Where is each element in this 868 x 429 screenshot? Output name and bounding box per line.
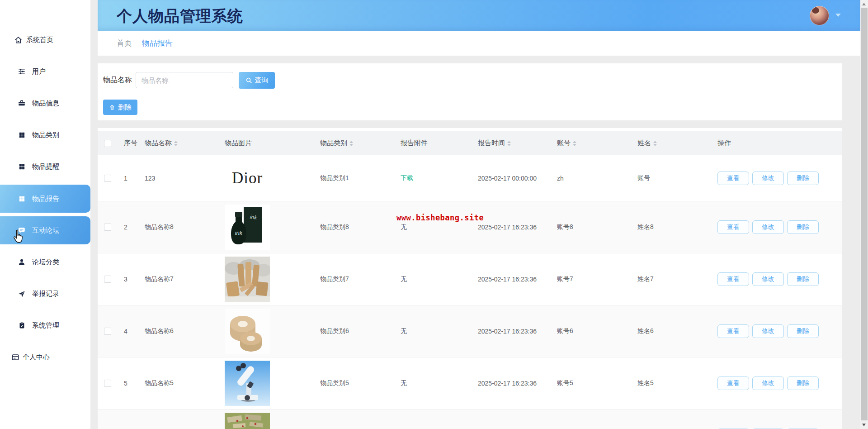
column-label: 姓名 bbox=[637, 139, 651, 148]
clipboard-icon bbox=[17, 321, 26, 330]
table-header-row: 序号物品名称物品图片物品类别报告附件报告时间账号姓名操作 bbox=[98, 131, 842, 155]
sidebar-item-system-home[interactable]: 系统首页 bbox=[0, 29, 90, 50]
delete-button[interactable]: 删除 bbox=[787, 324, 819, 338]
delete-button[interactable]: 删除 bbox=[787, 220, 819, 234]
cell-name bbox=[140, 410, 225, 429]
row-checkbox[interactable] bbox=[104, 175, 111, 182]
query-button[interactable]: 查询 bbox=[239, 72, 275, 89]
download-link[interactable]: 下载 bbox=[401, 174, 413, 182]
tape-rolls-image bbox=[225, 309, 270, 354]
microscope-image bbox=[225, 361, 270, 406]
view-button[interactable]: 查看 bbox=[717, 272, 749, 286]
column-header-account[interactable]: 账号 bbox=[552, 139, 633, 148]
view-button[interactable]: 查看 bbox=[717, 324, 749, 338]
scrollbar[interactable] bbox=[860, 0, 868, 429]
column-header-image: 物品图片 bbox=[225, 139, 316, 148]
sort-icon[interactable] bbox=[507, 139, 511, 148]
scrollbar-down-arrow-icon[interactable] bbox=[862, 424, 866, 426]
sidebar-item-forum[interactable]: 互动论坛 bbox=[0, 216, 90, 244]
cell-name: 物品名称7 bbox=[140, 253, 225, 305]
cell-fullname: 姓名6 bbox=[633, 305, 713, 357]
cell-attachment: 下载 bbox=[396, 155, 473, 201]
tab-item-report[interactable]: 物品报告 bbox=[142, 38, 173, 48]
sort-icon[interactable] bbox=[349, 139, 353, 148]
sidebar-item-personal-center[interactable]: 个人中心 bbox=[0, 347, 90, 367]
delete-button-label: 删除 bbox=[118, 103, 132, 112]
delete-button[interactable]: 删除 bbox=[787, 172, 819, 185]
delete-button[interactable]: 删除 bbox=[787, 272, 819, 286]
column-header-fullname[interactable]: 姓名 bbox=[633, 139, 713, 148]
search-field-label: 物品名称 bbox=[103, 72, 132, 88]
edit-button[interactable]: 修改 bbox=[752, 172, 784, 185]
delete-button[interactable]: 删除 bbox=[787, 377, 819, 390]
sort-icon[interactable] bbox=[174, 139, 178, 148]
row-actions: 查看修改删除 bbox=[717, 377, 819, 390]
svg-text:ink: ink bbox=[235, 229, 243, 236]
home-icon bbox=[14, 35, 23, 44]
column-label: 报告附件 bbox=[401, 139, 428, 148]
select-all-checkbox[interactable] bbox=[104, 140, 111, 147]
app-header: 个人物品管理系统 bbox=[98, 0, 860, 31]
row-actions: 查看修改删除 bbox=[717, 272, 819, 286]
sidebar-item-label: 物品报告 bbox=[32, 195, 59, 203]
table-body: 1123Dior物品类别1下载2025-02-17 00:00:00zh账号查看… bbox=[98, 155, 842, 429]
column-header-category[interactable]: 物品类别 bbox=[316, 139, 396, 148]
row-actions: 查看修改删除 bbox=[717, 220, 819, 234]
column-label: 物品图片 bbox=[225, 139, 252, 148]
cell-no: 2 bbox=[119, 201, 140, 253]
column-header-attachment: 报告附件 bbox=[396, 139, 473, 148]
svg-text:ink: ink bbox=[250, 214, 258, 221]
column-label: 报告时间 bbox=[478, 139, 505, 148]
cell-category: 物品类别1 bbox=[316, 155, 396, 201]
user-avatar[interactable] bbox=[810, 6, 829, 25]
edit-button[interactable]: 修改 bbox=[752, 377, 784, 390]
row-checkbox[interactable] bbox=[104, 276, 111, 283]
sidebar-item-forum-category[interactable]: 论坛分类 bbox=[0, 252, 90, 272]
cell-fullname: 姓名8 bbox=[633, 201, 713, 253]
row-checkbox[interactable] bbox=[104, 380, 111, 387]
view-button[interactable]: 查看 bbox=[717, 220, 749, 234]
cell-attachment: 无 bbox=[396, 201, 473, 253]
sidebar-item-item-info[interactable]: 物品信息 bbox=[0, 93, 90, 114]
edit-button[interactable]: 修改 bbox=[752, 272, 784, 286]
column-header-time[interactable]: 报告时间 bbox=[473, 139, 552, 148]
sidebar-item-system-manage[interactable]: 系统管理 bbox=[0, 315, 90, 336]
sort-icon[interactable] bbox=[573, 139, 576, 148]
cell-time bbox=[473, 410, 552, 429]
column-header-name[interactable]: 物品名称 bbox=[140, 139, 225, 148]
column-label: 物品类别 bbox=[320, 139, 347, 148]
scrollbar-up-arrow-icon[interactable] bbox=[862, 3, 866, 5]
row-checkbox[interactable] bbox=[104, 328, 111, 335]
cell-time: 2025-02-17 16:23:36 bbox=[473, 305, 552, 357]
cell-no: 4 bbox=[119, 305, 140, 357]
sidebar-item-label: 论坛分类 bbox=[32, 258, 59, 267]
item-name-input[interactable] bbox=[136, 72, 233, 88]
scrollbar-thumb[interactable] bbox=[861, 8, 868, 420]
avatar-dropdown-caret-icon[interactable] bbox=[835, 14, 841, 17]
cell-name: 物品名称8 bbox=[140, 201, 225, 253]
sidebar-item-item-category[interactable]: 物品类别 bbox=[0, 124, 90, 145]
grid-icon bbox=[17, 194, 26, 203]
grid-icon bbox=[17, 130, 26, 139]
bulk-delete-button[interactable]: 删除 bbox=[103, 100, 137, 115]
sidebar-item-item-report[interactable]: 物品报告 bbox=[0, 185, 90, 213]
cell-attachment: 无 bbox=[396, 305, 473, 357]
card-icon bbox=[11, 353, 20, 362]
view-button[interactable]: 查看 bbox=[717, 172, 749, 185]
column-label: 物品名称 bbox=[145, 139, 172, 148]
edit-button[interactable]: 修改 bbox=[752, 324, 784, 338]
row-checkbox[interactable] bbox=[104, 224, 111, 231]
edit-button[interactable]: 修改 bbox=[752, 220, 784, 234]
view-button[interactable]: 查看 bbox=[717, 377, 749, 390]
sidebar-item-item-reminder[interactable]: 物品提醒 bbox=[0, 156, 90, 177]
tab-home[interactable]: 首页 bbox=[117, 38, 132, 48]
cell-category: 物品类别7 bbox=[316, 253, 396, 305]
sidebar-item-users[interactable]: 用户 bbox=[0, 61, 90, 82]
row-actions: 查看修改删除 bbox=[717, 324, 819, 338]
sidebar-item-report-records[interactable]: 举报记录 bbox=[0, 283, 90, 304]
table-row: 1123Dior物品类别1下载2025-02-17 00:00:00zh账号查看… bbox=[98, 155, 842, 201]
cell-attachment: 无 bbox=[396, 358, 473, 409]
cell-no: 5 bbox=[119, 358, 140, 409]
sidebar-item-label: 系统首页 bbox=[26, 36, 53, 44]
sort-icon[interactable] bbox=[653, 139, 657, 148]
